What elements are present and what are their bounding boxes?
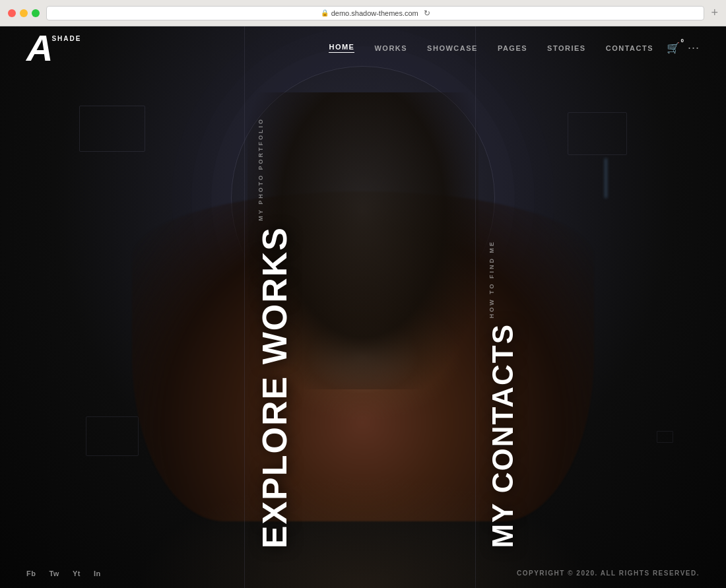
nav-item-contacts[interactable]: CONTACTS — [606, 44, 653, 52]
logo[interactable]: A SHADE — [26, 30, 81, 67]
social-link-yt[interactable]: Yt — [73, 570, 81, 577]
logo-letter: A — [26, 30, 51, 67]
logo-shade-label: SHADE — [51, 35, 81, 43]
lock-icon: 🔒 — [321, 9, 329, 16]
more-options-icon[interactable]: ··· — [688, 41, 700, 55]
nav-item-home[interactable]: HOME — [329, 43, 354, 53]
nav-icons: 🛒 0 ··· — [667, 41, 700, 55]
right-big-title[interactable]: MY CONTACTS — [488, 323, 517, 548]
hero-image — [132, 92, 594, 521]
close-button[interactable] — [8, 9, 16, 17]
maximize-button[interactable] — [32, 9, 40, 17]
social-links: Fb Tw Yt In — [26, 570, 101, 577]
center-small-label: MY PHOTO PORTFOLIO — [257, 117, 292, 221]
reload-button[interactable]: ↻ — [424, 9, 430, 18]
social-link-tw[interactable]: Tw — [49, 570, 59, 577]
nav-item-pages[interactable]: PAGES — [498, 44, 527, 52]
deco-rect-bottom-left — [86, 416, 139, 456]
url-text: demo.shadow-themes.com — [331, 9, 418, 17]
new-tab-button[interactable]: + — [711, 6, 718, 20]
website-container: A SHADE HOME WORKS SHOWCASE PAGES STORIE… — [0, 26, 726, 588]
minimize-button[interactable] — [20, 9, 28, 17]
social-link-fb[interactable]: Fb — [26, 570, 36, 577]
footer: Fb Tw Yt In COPYRIGHT © 2020. ALL RIGHTS… — [0, 558, 726, 588]
traffic-lights — [8, 9, 40, 17]
right-small-label: HOW TO FIND ME — [488, 240, 517, 318]
nav-links: HOME WORKS SHOWCASE PAGES STORIES CONTAC… — [329, 43, 653, 53]
social-link-in[interactable]: In — [94, 570, 101, 577]
center-section: MY PHOTO PORTFOLIO EXPLORE WORKS — [244, 117, 292, 548]
right-section: HOW TO FIND ME MY CONTACTS — [475, 240, 517, 548]
address-bar[interactable]: 🔒 demo.shadow-themes.com ↻ — [46, 6, 704, 20]
logo-text: SHADE — [51, 30, 81, 43]
navbar: A SHADE HOME WORKS SHOWCASE PAGES STORIE… — [0, 26, 726, 69]
nav-item-showcase[interactable]: SHOWCASE — [427, 44, 478, 52]
center-big-title[interactable]: EXPLORE WORKS — [257, 226, 292, 548]
cart-badge: 0 — [681, 38, 684, 44]
browser-chrome: 🔒 demo.shadow-themes.com ↻ + — [0, 0, 726, 26]
panel-highlight — [605, 158, 607, 198]
cart-symbol: 🛒 — [667, 42, 680, 53]
deco-rect-bottom-right — [657, 431, 673, 443]
nav-item-works[interactable]: WORKS — [374, 44, 407, 52]
copyright-text: COPYRIGHT © 2020. ALL RIGHTS RESERVED. — [517, 570, 700, 577]
cart-icon[interactable]: 🛒 0 — [667, 42, 680, 54]
nav-item-stories[interactable]: STORIES — [547, 44, 586, 52]
